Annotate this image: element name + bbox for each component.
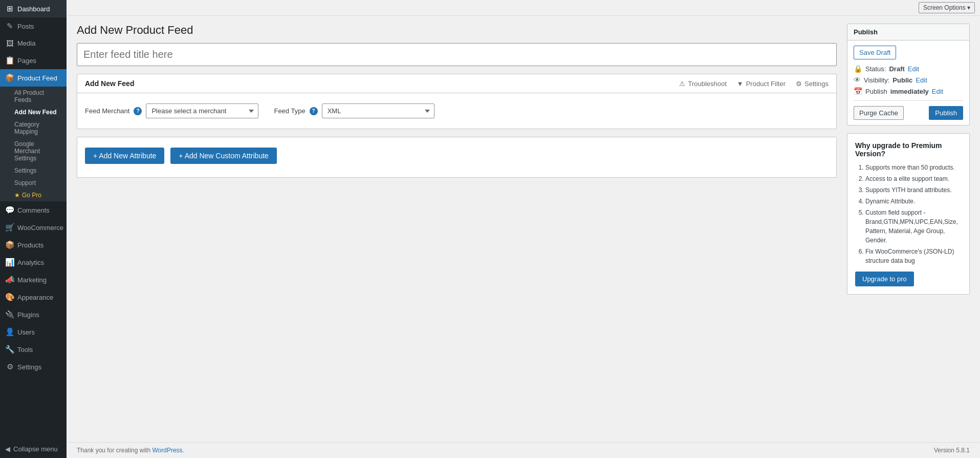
list-item: Supports YITH brand attributes. [865, 185, 962, 195]
sidebar-item-label: Users [17, 328, 35, 336]
save-draft-button[interactable]: Save Draft [854, 46, 896, 59]
calendar-icon: 📅 [854, 87, 862, 95]
sidebar-item-appearance[interactable]: 🎨 Appearance [0, 288, 67, 306]
visibility-value: Public [892, 76, 912, 84]
visibility-label: Visibility: [864, 76, 889, 84]
sidebar-sub-google-merchant-settings[interactable]: Google Merchant Settings [0, 138, 67, 164]
warning-icon: ⚠ [679, 80, 685, 88]
sidebar-item-media[interactable]: 🖼 Media [0, 35, 67, 52]
main-content: Screen Options ▾ Add New Product Feed Ad… [67, 0, 980, 458]
comments-icon: 💬 [5, 205, 14, 215]
status-edit-link[interactable]: Edit [908, 65, 919, 73]
right-column: Publish Save Draft 🔒 Status: Draft Edit … [847, 24, 970, 434]
feed-box-header: Add New Feed ⚠ Troubleshoot ▼ Product Fi… [77, 74, 836, 93]
sidebar-item-label: Comments [17, 206, 50, 214]
premium-list: Supports more than 50 products. Access t… [855, 163, 962, 265]
merchant-help-icon[interactable]: ? [134, 107, 142, 115]
sidebar-item-label: Product Feed [17, 74, 57, 82]
sidebar-item-posts[interactable]: ✎ Posts [0, 17, 67, 35]
status-label: Status: [865, 65, 886, 73]
sidebar-sub-support[interactable]: Support [0, 177, 67, 189]
list-item: Dynamic Attribute. [865, 197, 962, 206]
sidebar-item-marketing[interactable]: 📣 Marketing [0, 271, 67, 288]
sidebar-item-label: Plugins [17, 311, 39, 319]
feed-settings-button[interactable]: ⚙ Settings [796, 80, 829, 88]
status-row: 🔒 Status: Draft Edit [854, 65, 963, 73]
list-item: Access to a elite support team. [865, 174, 962, 183]
sidebar-item-tools[interactable]: 🔧 Tools [0, 341, 67, 358]
publish-box-header: Publish [847, 24, 969, 40]
media-icon: 🖼 [5, 39, 14, 48]
visibility-edit-link[interactable]: Edit [916, 76, 927, 84]
products-icon: 📦 [5, 240, 14, 249]
collapse-icon: ◀ [5, 445, 10, 453]
sidebar-item-analytics[interactable]: 📊 Analytics [0, 254, 67, 271]
attributes-area: + Add New Attribute + Add New Custom Att… [77, 137, 837, 178]
posts-icon: ✎ [5, 22, 14, 31]
wordpress-link[interactable]: WordPress [152, 447, 182, 454]
sidebar-item-comments[interactable]: 💬 Comments [0, 201, 67, 219]
publish-edit-link[interactable]: Edit [932, 88, 943, 95]
dashboard-icon: ⊞ [5, 4, 14, 13]
publish-value: immediately [890, 88, 929, 95]
star-icon: ★ [14, 192, 20, 199]
sidebar-item-label: Dashboard [17, 5, 50, 13]
purge-cache-button[interactable]: Purge Cache [854, 106, 904, 120]
add-new-custom-attribute-button[interactable]: + Add New Custom Attribute [170, 148, 276, 164]
appearance-icon: 🎨 [5, 293, 14, 302]
status-value: Draft [889, 65, 904, 73]
feed-type-help-icon[interactable]: ? [310, 107, 318, 115]
marketing-icon: 📣 [5, 275, 14, 284]
sidebar-item-label: WooCommerce [17, 224, 63, 232]
merchant-select[interactable]: Please select a merchant [146, 103, 258, 118]
sidebar-item-settings[interactable]: ⚙ Settings [0, 358, 67, 376]
feed-box: Add New Feed ⚠ Troubleshoot ▼ Product Fi… [77, 74, 837, 129]
feed-title-input[interactable] [77, 43, 837, 66]
plugins-icon: 🔌 [5, 310, 14, 319]
sidebar-sub-add-new-feed[interactable]: Add New Feed [0, 106, 67, 118]
footer-text: Thank you for creating with WordPress. [77, 447, 184, 454]
premium-title: Why upgrade to Premium Version? [855, 141, 962, 158]
left-column: Add New Product Feed Add New Feed ⚠ Trou… [77, 24, 837, 434]
feed-box-title: Add New Feed [85, 79, 134, 88]
premium-box: Why upgrade to Premium Version? Supports… [847, 133, 970, 295]
troubleshoot-button[interactable]: ⚠ Troubleshoot [679, 80, 726, 88]
add-new-attribute-button[interactable]: + Add New Attribute [85, 148, 164, 164]
collapse-menu[interactable]: ◀ Collapse menu [0, 440, 67, 458]
content-area: Add New Product Feed Add New Feed ⚠ Trou… [67, 16, 980, 442]
sidebar-item-products[interactable]: 📦 Products [0, 236, 67, 254]
sidebar-sub-category-mapping[interactable]: Category Mapping [0, 118, 67, 138]
sidebar-item-label: Analytics [17, 259, 44, 266]
sidebar-sub-go-pro[interactable]: ★ Go Pro [0, 189, 67, 201]
sidebar-item-plugins[interactable]: 🔌 Plugins [0, 306, 67, 323]
list-item: Fix WooCommerce's (JSON-LD) structure da… [865, 247, 962, 265]
feed-type-select[interactable]: XML CSV TSV XLS [322, 103, 434, 118]
filter-icon: ▼ [737, 80, 744, 88]
publish-button[interactable]: Publish [929, 106, 963, 120]
sidebar-item-users[interactable]: 👤 Users [0, 323, 67, 341]
sidebar-item-label: Appearance [17, 294, 53, 301]
analytics-icon: 📊 [5, 258, 14, 267]
footer: Thank you for creating with WordPress. V… [67, 442, 980, 458]
sidebar-item-woocommerce[interactable]: 🛒 WooCommerce [0, 219, 67, 236]
sidebar-item-label: Tools [17, 346, 33, 353]
visibility-row: 👁 Visibility: Public Edit [854, 76, 963, 84]
sidebar-item-label: Posts [17, 23, 34, 30]
sidebar-item-dashboard[interactable]: ⊞ Dashboard [0, 0, 67, 17]
gear-icon: ⚙ [796, 80, 802, 88]
feed-merchant-row: Feed Merchant ? Please select a merchant… [77, 93, 836, 129]
feed-box-actions: ⚠ Troubleshoot ▼ Product Filter ⚙ Settin… [679, 80, 829, 88]
screen-options-button[interactable]: Screen Options ▾ [919, 2, 975, 13]
feed-type-label: Feed Type [274, 107, 305, 115]
sidebar-item-product-feed[interactable]: 📦 Product Feed [0, 69, 67, 87]
sidebar-sub-all-product-feeds[interactable]: All Product Feeds [0, 87, 67, 106]
merchant-field-group: Feed Merchant ? Please select a merchant [85, 103, 258, 118]
product-filter-button[interactable]: ▼ Product Filter [737, 80, 786, 88]
list-item: Supports more than 50 products. [865, 163, 962, 172]
sidebar-sub-settings[interactable]: Settings [0, 164, 67, 177]
page-title: Add New Product Feed [77, 24, 837, 37]
publish-date-row: 📅 Publish immediately Edit [854, 87, 963, 95]
publish-box: Publish Save Draft 🔒 Status: Draft Edit … [847, 24, 970, 126]
upgrade-to-pro-button[interactable]: Upgrade to pro [855, 272, 914, 286]
sidebar-item-pages[interactable]: 📋 Pages [0, 52, 67, 69]
